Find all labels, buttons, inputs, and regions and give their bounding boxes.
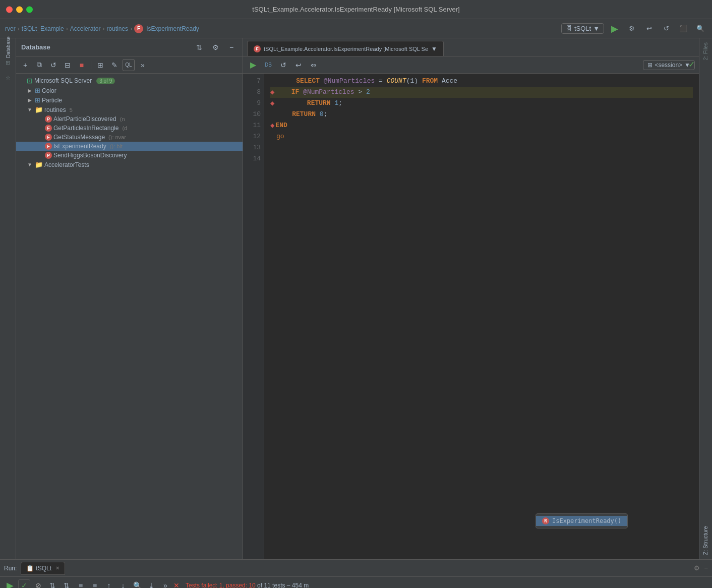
editor-area: F tSQLt_Example.Accelerator.IsExperiment… [243,38,699,559]
editor-db-btn[interactable]: DB [262,59,274,71]
edit-btn[interactable]: ✎ [108,59,121,71]
reload-button[interactable]: ↺ [660,22,673,35]
run-up-btn[interactable]: ↑ [103,579,115,589]
breakpoint-9[interactable]: ◆ [270,87,274,98]
run-minimize-icon[interactable]: − [704,564,708,572]
run-export-btn[interactable]: ⤓ [145,579,157,589]
db-selector[interactable]: 🗄 tSQLt ▼ [561,23,604,34]
breakpoint-13[interactable]: ◆ [270,120,274,131]
run-settings-icon[interactable]: ⚙ [694,564,700,572]
editor-tabs: F tSQLt_Example.Accelerator.IsExperiment… [243,38,699,56]
tree-item-sendhiggs[interactable]: P SendHiggsBosonDiscovery [16,151,243,160]
db-selector-arrow: ▼ [593,25,600,32]
search-button-top[interactable]: 🔍 [694,22,707,35]
session-selector[interactable]: ⊞ <session> ▼ [643,60,695,70]
breakpoint-10[interactable]: ◆ [270,98,274,109]
run-status-fail: Tests failed: 1, passed: 10 [186,582,257,589]
ac-item-isexperiment[interactable]: R IsExperimentReady() [536,516,627,526]
tree-item-isexperiment[interactable]: F IsExperimentReady (): bit [16,142,243,151]
server-icon: ⊡ [27,77,33,85]
code-content[interactable]: SELECT @NumParticles = COUNT(1) FROM Acc… [264,74,699,559]
main-layout: Database ⊞ ☆ Database ⇅ ⚙ − + ⧉ ↺ ⊟ ■ ⊞ … [0,38,712,559]
tree-item-alert[interactable]: P AlertParticleDiscovered (n [16,114,243,124]
editor-tab-main[interactable]: F tSQLt_Example.Accelerator.IsExperiment… [247,41,444,56]
isexperiment-suffix: (): bit [110,143,123,149]
code-line-9: ◆ IF @NumParticles > 2 [270,87,693,98]
window-title: tSQLt_Example.Accelerator.IsExperimentRe… [252,6,459,13]
tree-label-particle: Particle [42,97,62,104]
tree-item-color[interactable]: ▶ ⊞ Color [16,86,243,95]
routines-count: 5 [70,107,73,113]
ac-badge-r: R [542,517,549,524]
stop-button[interactable]: ⬛ [677,22,690,35]
autocomplete-popup[interactable]: R IsExperimentReady() [536,513,628,528]
tree-label-sendhiggs: SendHiggsBosonDiscovery [53,152,127,159]
folder-icon-accelerator: 📁 [35,161,43,168]
minimize-button[interactable] [16,6,23,13]
tree-item-getparticles[interactable]: F GetParticlesInRectangle (d [16,124,243,133]
run-tab-label: tSQLt [36,565,51,572]
strip-icon-2[interactable]: ☆ [1,71,15,85]
collapse-icon[interactable]: − [225,41,238,53]
run-stop-btn[interactable]: ⊘ [32,579,44,589]
run-check-btn[interactable]: ✓ [18,579,30,589]
run-tab-tsqlt[interactable]: 📋 tSQLt ✕ [21,562,65,575]
db-panel-icon[interactable]: Database [1,40,15,54]
run-align1-btn[interactable]: ≡ [75,579,87,589]
tree-item-particle[interactable]: ▶ ⊞ Particle [16,95,243,105]
right-strip-files[interactable]: 2: Files [699,38,712,64]
table-btn[interactable]: ⊞ [94,59,106,71]
bc-routines[interactable]: routines [106,25,128,32]
refresh-btn[interactable]: ↺ [47,59,60,71]
copy-btn[interactable]: ⧉ [33,59,45,71]
run-search-btn[interactable]: 🔍 [131,579,143,589]
run-status-text: Tests failed: 1, passed: 10 of 11 tests … [186,582,309,589]
run-align2-btn[interactable]: ≡ [89,579,101,589]
getparticles-suffix: (d [122,125,127,131]
filter-icon[interactable]: ⇅ [193,41,205,53]
server-item[interactable]: ⊡ Microsoft SQL Server 3 of 9 [16,76,243,86]
stop-btn-db[interactable]: ■ [76,59,88,71]
run-tab-bar: Run: 📋 tSQLt ✕ ⚙ − [0,560,712,577]
filter-btn[interactable]: ⊟ [62,59,74,71]
debug-button[interactable]: ⚙ [625,22,638,35]
code-editor[interactable]: 7 8 9 10 11 12 13 14 SELECT @NumParticle… [243,74,699,559]
right-sidebar-strip: 2: Files Z: Structure [699,38,712,559]
bc-db[interactable]: tSQLt_Example [22,25,64,32]
run-sort2-btn[interactable]: ⇅ [61,579,73,589]
add-btn[interactable]: + [19,59,31,71]
editor-undo-btn[interactable]: ↩ [292,59,305,71]
step-button[interactable]: ↩ [642,22,656,35]
bc-schema[interactable]: Accelerator [70,25,101,32]
editor-toolbar: ▶ DB ↺ ↩ ⇔ ⊞ <session> ▼ ✓ [243,56,699,74]
tab-expand-icon[interactable]: ▼ [431,45,437,52]
server-label: Microsoft SQL Server [34,77,92,84]
close-button[interactable] [6,6,13,13]
run-sort1-btn[interactable]: ⇅ [46,579,58,589]
right-strip-structure[interactable]: Z: Structure [699,522,712,559]
maximize-button[interactable] [26,6,33,13]
editor-split-btn[interactable]: ⇔ [308,59,320,71]
editor-refresh-btn[interactable]: ↺ [277,59,289,71]
run-button-top[interactable]: ▶ [608,22,621,35]
run-start-btn[interactable]: ▶ [4,579,16,589]
database-panel-title: Database [21,43,189,51]
tree-item-getstatus[interactable]: F GetStatusMessage (): nvar [16,133,243,142]
tree-item-acceleratortests[interactable]: ▼ 📁 AcceleratorTests [16,160,243,169]
more-btn[interactable]: » [137,59,149,71]
session-icon: ⊞ [647,62,652,69]
editor-run-btn[interactable]: ▶ [247,59,259,71]
badge-f-isexperiment: F [45,143,52,150]
tree-item-routines[interactable]: ▼ 📁 routines 5 [16,105,243,114]
tree-label-color: Color [42,87,56,94]
badge-p-alert: P [45,115,52,123]
run-down-btn[interactable]: ↓ [117,579,129,589]
db-selector-label: tSQLt [574,25,591,32]
tree-label-routines: routines [44,106,66,113]
bc-function[interactable]: IsExperimentReady [146,25,199,32]
run-tab-close[interactable]: ✕ [55,565,60,571]
settings-icon[interactable]: ⚙ [209,41,221,53]
ql-btn[interactable]: QL [123,59,135,71]
run-more-btn[interactable]: » [159,579,171,589]
bc-server[interactable]: rver [5,25,16,32]
